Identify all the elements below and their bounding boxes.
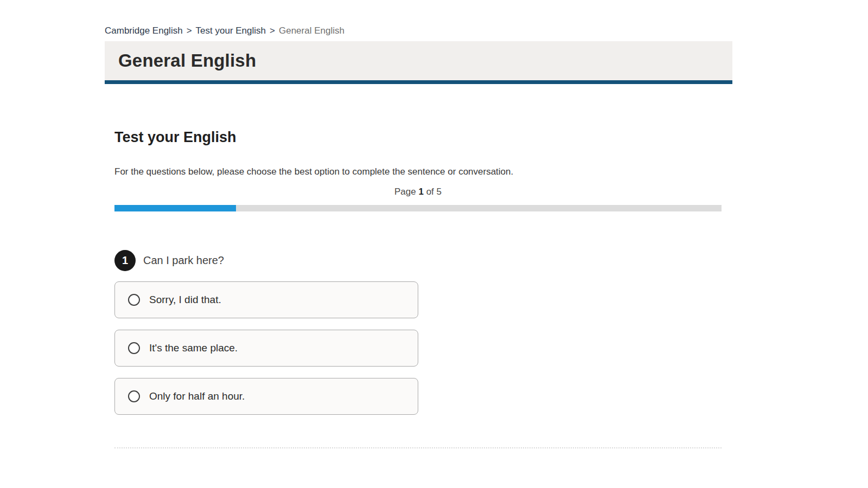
option-card-1[interactable]: Sorry, I did that. <box>114 281 418 318</box>
option-label: Sorry, I did that. <box>149 294 221 306</box>
question-row: 1 Can I park here? <box>114 250 224 271</box>
dotted-divider <box>114 447 722 448</box>
breadcrumb-link-test-your-english[interactable]: Test your English <box>196 25 266 36</box>
radio-button-icon[interactable] <box>128 342 140 354</box>
progress-bar <box>114 205 722 211</box>
progress-fill <box>114 205 236 211</box>
page-of-label: of <box>426 187 434 197</box>
page-title: General English <box>118 50 256 71</box>
breadcrumb: Cambridge English>Test your English>Gene… <box>105 25 344 36</box>
breadcrumb-separator: > <box>187 25 192 36</box>
breadcrumb-separator: > <box>270 25 275 36</box>
option-card-3[interactable]: Only for half an hour. <box>114 378 418 415</box>
radio-button-icon[interactable] <box>128 294 140 306</box>
page-prefix: Page <box>394 187 416 197</box>
page-current-number: 1 <box>418 187 423 197</box>
breadcrumb-link-cambridge-english[interactable]: Cambridge English <box>105 25 183 36</box>
radio-button-icon[interactable] <box>128 390 140 402</box>
question-text: Can I park here? <box>143 254 224 267</box>
options-list: Sorry, I did that. It's the same place. … <box>114 281 418 426</box>
instruction-text: For the questions below, please choose t… <box>114 166 513 177</box>
section-heading: Test your English <box>114 129 237 146</box>
option-label: Only for half an hour. <box>149 390 245 402</box>
page-header-band: General English <box>105 41 732 84</box>
page-indicator: Page 1 of 5 <box>114 187 722 197</box>
question-number-badge: 1 <box>114 250 136 271</box>
page-total-number: 5 <box>437 187 442 197</box>
option-label: It's the same place. <box>149 342 238 354</box>
breadcrumb-current-general-english: General English <box>279 25 344 36</box>
option-card-2[interactable]: It's the same place. <box>114 330 418 367</box>
